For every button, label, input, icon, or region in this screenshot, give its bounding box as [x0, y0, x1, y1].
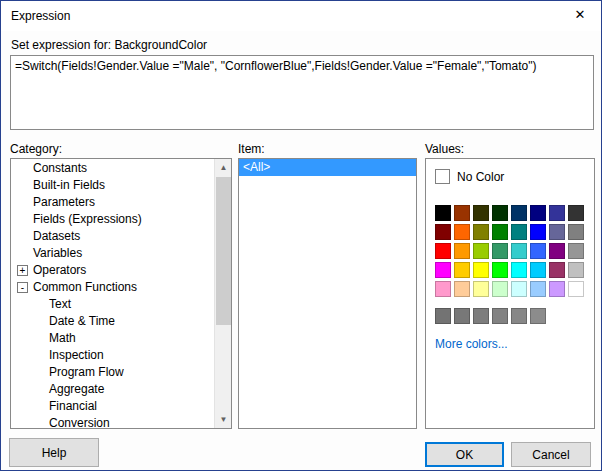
color-palette — [435, 205, 584, 300]
color-swatch[interactable] — [473, 281, 489, 297]
category-scrollbar[interactable]: ▲ ▼ — [214, 159, 231, 428]
color-swatch[interactable] — [492, 281, 508, 297]
category-item[interactable]: Math — [11, 330, 214, 347]
color-swatch[interactable] — [530, 262, 546, 278]
category-item-label: Datasets — [33, 228, 80, 245]
item-list[interactable]: <All> — [238, 158, 417, 429]
category-item[interactable]: Inspection — [11, 347, 214, 364]
ok-button[interactable]: OK — [425, 442, 504, 467]
swatch-row — [435, 243, 584, 259]
expression-dialog: Expression ✕ Set expression for: Backgro… — [0, 0, 602, 471]
category-item-label: Date & Time — [49, 313, 115, 330]
color-swatch[interactable] — [549, 281, 565, 297]
color-swatch[interactable] — [473, 224, 489, 240]
collapse-icon[interactable]: - — [17, 282, 28, 293]
color-swatch[interactable] — [511, 224, 527, 240]
cancel-button[interactable]: Cancel — [511, 442, 591, 467]
color-swatch[interactable] — [435, 224, 451, 240]
color-swatch[interactable] — [435, 205, 451, 221]
category-item[interactable]: Parameters — [11, 194, 214, 211]
category-item-label: Financial — [49, 398, 97, 415]
swatch-row — [435, 281, 584, 297]
no-color-option[interactable]: No Color — [435, 169, 504, 184]
color-swatch[interactable] — [454, 308, 470, 324]
color-swatch[interactable] — [568, 205, 584, 221]
category-label: Category: — [10, 142, 62, 156]
color-swatch[interactable] — [549, 243, 565, 259]
expression-input[interactable]: =Switch(Fields!Gender.Value ="Male", "Co… — [10, 55, 594, 130]
color-swatch[interactable] — [568, 281, 584, 297]
color-swatch[interactable] — [473, 262, 489, 278]
window-title: Expression — [11, 9, 70, 23]
color-swatch[interactable] — [511, 308, 527, 324]
color-swatch[interactable] — [435, 243, 451, 259]
color-swatch[interactable] — [473, 205, 489, 221]
help-button[interactable]: Help — [9, 438, 99, 467]
category-item[interactable]: +Operators — [11, 262, 214, 279]
category-item-label: Text — [49, 296, 71, 313]
category-item-label: Operators — [33, 262, 86, 279]
category-item[interactable]: Variables — [11, 245, 214, 262]
color-swatch[interactable] — [454, 281, 470, 297]
values-label: Values: — [425, 142, 464, 156]
color-swatch[interactable] — [492, 205, 508, 221]
more-colors-link[interactable]: More colors... — [435, 337, 508, 351]
category-item[interactable]: Built-in Fields — [11, 177, 214, 194]
color-swatch[interactable] — [549, 262, 565, 278]
color-swatch[interactable] — [530, 281, 546, 297]
color-swatch[interactable] — [492, 224, 508, 240]
color-swatch[interactable] — [454, 243, 470, 259]
color-swatch[interactable] — [492, 262, 508, 278]
color-swatch[interactable] — [454, 205, 470, 221]
color-swatch[interactable] — [568, 262, 584, 278]
category-item-label: Program Flow — [49, 364, 124, 381]
category-item[interactable]: Constants — [11, 160, 214, 177]
color-swatch[interactable] — [435, 262, 451, 278]
color-swatch[interactable] — [511, 205, 527, 221]
category-item[interactable]: Program Flow — [11, 364, 214, 381]
close-icon[interactable]: ✕ — [559, 1, 601, 29]
category-list[interactable]: ConstantsBuilt-in FieldsParametersFields… — [10, 158, 232, 429]
category-item[interactable]: -Common Functions — [11, 279, 214, 296]
color-swatch[interactable] — [530, 308, 546, 324]
color-swatch[interactable] — [511, 262, 527, 278]
color-swatch[interactable] — [511, 281, 527, 297]
color-swatch[interactable] — [435, 308, 451, 324]
color-swatch[interactable] — [530, 224, 546, 240]
color-swatch[interactable] — [530, 205, 546, 221]
color-swatch[interactable] — [473, 243, 489, 259]
category-item[interactable]: Aggregate — [11, 381, 214, 398]
no-color-label: No Color — [457, 170, 504, 184]
scrollbar-thumb[interactable] — [216, 177, 231, 325]
category-item[interactable]: Datasets — [11, 228, 214, 245]
category-item[interactable]: Date & Time — [11, 313, 214, 330]
gray-palette — [435, 308, 546, 327]
color-swatch[interactable] — [549, 224, 565, 240]
color-swatch[interactable] — [435, 281, 451, 297]
category-tree: ConstantsBuilt-in FieldsParametersFields… — [11, 160, 214, 428]
color-swatch[interactable] — [492, 308, 508, 324]
category-item-label: Math — [49, 330, 76, 347]
category-item[interactable]: Text — [11, 296, 214, 313]
color-swatch[interactable] — [549, 205, 565, 221]
category-item-label: Parameters — [33, 194, 95, 211]
category-item[interactable]: Conversion — [11, 415, 214, 429]
item-list-row[interactable]: <All> — [239, 159, 416, 176]
category-item[interactable]: Fields (Expressions) — [11, 211, 214, 228]
scroll-up-icon[interactable]: ▲ — [215, 159, 232, 176]
category-item[interactable]: Financial — [11, 398, 214, 415]
set-expression-label: Set expression for: BackgroundColor — [11, 38, 207, 52]
color-swatch[interactable] — [492, 243, 508, 259]
color-swatch[interactable] — [568, 243, 584, 259]
color-swatch[interactable] — [473, 308, 489, 324]
no-color-swatch — [435, 169, 450, 184]
expand-icon[interactable]: + — [17, 265, 28, 276]
item-label: Item: — [238, 142, 265, 156]
scroll-down-icon[interactable]: ▼ — [215, 411, 232, 428]
color-swatch[interactable] — [511, 243, 527, 259]
color-swatch[interactable] — [568, 224, 584, 240]
category-item-label: Built-in Fields — [33, 177, 105, 194]
color-swatch[interactable] — [454, 224, 470, 240]
color-swatch[interactable] — [454, 262, 470, 278]
color-swatch[interactable] — [530, 243, 546, 259]
